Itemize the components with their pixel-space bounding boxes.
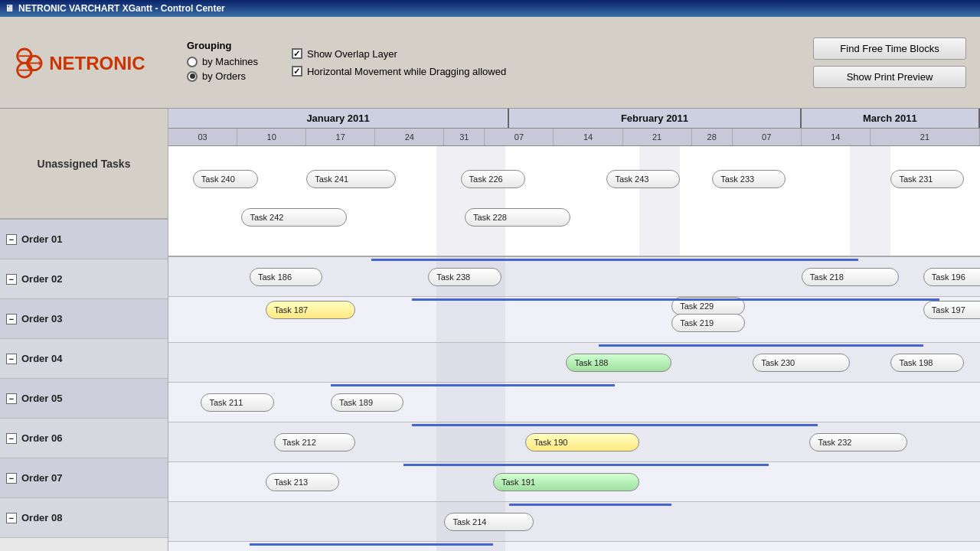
collapse-icon-05[interactable]: − xyxy=(6,393,17,404)
collapse-icon-07[interactable]: − xyxy=(6,473,17,484)
checkbox-overlap-indicator[interactable] xyxy=(292,48,302,59)
order-03-dep-line xyxy=(599,344,923,347)
radio-orders-label: by Orders xyxy=(202,70,246,82)
task-190[interactable]: Task 190 xyxy=(525,433,639,452)
sidebar-order-04[interactable]: − Order 04 xyxy=(0,339,168,379)
collapse-icon-01[interactable]: − xyxy=(6,234,17,245)
gantt-order-02-row: Task 187 Task 229 Task 219 Task 197 xyxy=(168,297,980,343)
netronic-logo: NETRONIC xyxy=(6,40,152,86)
radio-by-machines[interactable]: by Machines xyxy=(187,56,258,67)
week-14b: 14 xyxy=(802,129,871,145)
gantt-order-05-row: Task 212 Task 190 Task 232 xyxy=(168,422,980,462)
task-231[interactable]: Task 231 xyxy=(890,170,963,188)
task-228[interactable]: Task 228 xyxy=(465,208,570,227)
checkbox-horizontal-indicator[interactable] xyxy=(292,66,302,77)
unassigned-tasks-label: Unassigned Tasks xyxy=(0,109,168,220)
task-189[interactable]: Task 189 xyxy=(331,393,403,412)
task-230[interactable]: Task 230 xyxy=(753,354,850,372)
task-212[interactable]: Task 212 xyxy=(274,433,355,452)
sidebar-order-07[interactable]: − Order 07 xyxy=(0,458,168,498)
sidebar-order-03[interactable]: − Order 03 xyxy=(0,299,168,339)
checkboxes-area: Show Overlap Layer Horizontal Movement w… xyxy=(286,42,512,83)
month-row: January 2011 February 2011 March 2011 xyxy=(168,109,980,129)
task-213[interactable]: Task 213 xyxy=(266,473,338,491)
radio-by-orders[interactable]: by Orders xyxy=(187,70,258,82)
gantt-order-03-row: Task 188 Task 230 Task 198 xyxy=(168,343,980,383)
task-232[interactable]: Task 232 xyxy=(809,433,906,452)
task-188[interactable]: Task 188 xyxy=(566,354,671,372)
task-242[interactable]: Task 242 xyxy=(241,208,347,227)
month-mar: March 2011 xyxy=(802,109,980,128)
titlebar: 🖥 NETRONIC VARCHART XGantt - Control Cen… xyxy=(0,0,980,17)
week-24: 24 xyxy=(375,129,444,145)
order-07-label: Order 07 xyxy=(21,472,62,484)
find-free-time-button[interactable]: Find Free Time Blocks xyxy=(813,37,966,60)
collapse-icon-04[interactable]: − xyxy=(6,354,17,364)
week-21b: 21 xyxy=(871,129,980,145)
task-197[interactable]: Task 197 xyxy=(923,301,980,319)
task-238[interactable]: Task 238 xyxy=(428,268,501,286)
main-content: Unassigned Tasks − Order 01 − Order 02 −… xyxy=(0,109,980,551)
task-191[interactable]: Task 191 xyxy=(493,473,639,491)
task-186[interactable]: Task 186 xyxy=(250,268,322,286)
task-214[interactable]: Task 214 xyxy=(444,513,534,531)
gantt-order-01-row: Task 186 Task 238 Task 218 Task 196 xyxy=(168,257,980,297)
order-06-dep-line xyxy=(403,464,769,466)
gantt-unassigned-row: Task 240 Task 241 Task 226 Task 243 Task… xyxy=(168,146,980,257)
task-241[interactable]: Task 241 xyxy=(306,170,396,188)
gantt-order-07-row: Task 214 xyxy=(168,502,980,542)
svg-text:NETRONIC: NETRONIC xyxy=(49,52,145,73)
order-04-label: Order 04 xyxy=(21,353,62,364)
week-10: 10 xyxy=(237,129,306,145)
task-240[interactable]: Task 240 xyxy=(193,170,258,188)
task-198[interactable]: Task 198 xyxy=(890,354,963,372)
task-233[interactable]: Task 233 xyxy=(712,170,785,188)
task-211[interactable]: Task 211 xyxy=(201,393,273,412)
sidebar-order-01[interactable]: − Order 01 xyxy=(0,220,168,259)
order-01-dep-line xyxy=(371,259,858,261)
checkbox-horizontal[interactable]: Horizontal Movement while Dragging allow… xyxy=(292,66,506,77)
week-07a: 07 xyxy=(485,129,554,145)
order-07-dep-line xyxy=(509,504,671,506)
task-218[interactable]: Task 218 xyxy=(802,268,899,286)
toolbar: NETRONIC Grouping by Machines by Orders … xyxy=(0,17,980,109)
show-print-preview-button[interactable]: Show Print Preview xyxy=(813,66,966,88)
collapse-icon-06[interactable]: − xyxy=(6,433,17,444)
week-21a: 21 xyxy=(623,129,692,145)
order-01-label: Order 01 xyxy=(21,233,62,245)
collapse-icon-02[interactable]: − xyxy=(6,274,17,285)
order-08-dep-line xyxy=(250,543,493,546)
order-05-label: Order 05 xyxy=(21,393,62,404)
week-31: 31 xyxy=(444,129,485,145)
titlebar-icon: 🖥 xyxy=(5,3,14,14)
grouping-area: Grouping by Machines by Orders xyxy=(175,34,270,91)
sidebar-order-08[interactable]: − Order 08 xyxy=(0,498,168,538)
checkbox-overlap[interactable]: Show Overlap Layer xyxy=(292,48,506,60)
week-07b: 07 xyxy=(733,129,802,145)
sidebar-order-06[interactable]: − Order 06 xyxy=(0,419,168,458)
order-02-dep-line xyxy=(412,298,939,301)
month-jan: January 2011 xyxy=(168,109,509,128)
radio-machines-indicator[interactable] xyxy=(187,57,198,67)
radio-orders-indicator[interactable] xyxy=(187,71,198,82)
sidebar-order-05[interactable]: − Order 05 xyxy=(0,379,168,419)
gantt-body: Task 240 Task 241 Task 226 Task 243 Task… xyxy=(168,146,980,551)
order-08-label: Order 08 xyxy=(21,512,62,523)
gantt-order-08-row xyxy=(168,542,980,551)
task-196[interactable]: Task 196 xyxy=(923,268,980,286)
week-row: 03 10 17 24 31 07 14 21 28 07 14 21 xyxy=(168,129,980,145)
collapse-icon-03[interactable]: − xyxy=(6,314,17,324)
task-226[interactable]: Task 226 xyxy=(461,170,526,188)
collapse-icon-08[interactable]: − xyxy=(6,513,17,523)
checkbox-overlap-label: Show Overlap Layer xyxy=(307,48,397,60)
month-feb: February 2011 xyxy=(509,109,802,128)
task-219[interactable]: Task 219 xyxy=(671,314,744,332)
buttons-area: Find Free Time Blocks Show Print Preview xyxy=(813,37,966,88)
logo-area: NETRONIC xyxy=(6,40,175,86)
task-243[interactable]: Task 243 xyxy=(606,170,679,188)
sidebar-order-02[interactable]: − Order 02 xyxy=(0,259,168,299)
order-05-dep-line xyxy=(412,424,818,426)
checkbox-horizontal-label: Horizontal Movement while Dragging allow… xyxy=(307,66,506,77)
gantt-chart: January 2011 February 2011 March 2011 03… xyxy=(168,109,980,551)
task-187[interactable]: Task 187 xyxy=(266,301,355,319)
